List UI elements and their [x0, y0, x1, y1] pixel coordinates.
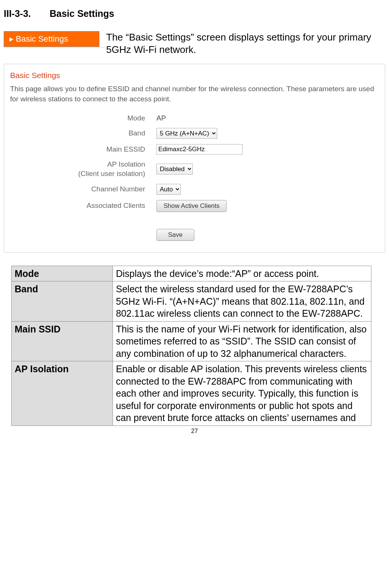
nav-chip-label: Basic Settings	[16, 34, 68, 44]
ap-isolation-label-line2: (Client user isolation)	[78, 170, 145, 177]
mode-value: AP	[156, 114, 379, 123]
table-row: Mode Displays the device’s mode:“AP” or …	[12, 266, 371, 281]
section-number: III-3-3.	[4, 8, 31, 19]
clients-label: Associated Clients	[10, 201, 156, 211]
table-cell-desc: Select the wireless standard used for th…	[113, 281, 371, 322]
table-cell-name: Band	[12, 281, 113, 322]
intro-text: The “Basic Settings” screen displays set…	[106, 31, 385, 57]
table-cell-name: Main SSID	[12, 321, 113, 361]
arrow-right-icon: ▶	[9, 36, 14, 42]
table-row: Main SSID This is the name of your Wi-Fi…	[12, 321, 371, 361]
essid-input[interactable]	[156, 144, 243, 155]
table-cell-desc: Enable or disable AP isolation. This pre…	[113, 361, 371, 426]
panel-description: This page allows you to define ESSID and…	[10, 84, 379, 104]
table-cell-name: Mode	[12, 266, 113, 281]
table-cell-desc: Displays the device’s mode:“AP” or acces…	[113, 266, 371, 281]
show-active-clients-button[interactable]: Show Active Clients	[156, 200, 227, 212]
mode-label: Mode	[10, 114, 156, 123]
channel-select[interactable]: Auto	[156, 184, 181, 195]
panel-title: Basic Settings	[10, 70, 379, 80]
ap-isolation-row: AP Isolation (Client user isolation) Dis…	[10, 160, 379, 178]
ap-isolation-label: AP Isolation (Client user isolation)	[10, 160, 156, 178]
table-cell-name: AP Isolation	[12, 361, 113, 426]
table-row: AP Isolation Enable or disable AP isolat…	[12, 361, 371, 426]
info-table: Mode Displays the device’s mode:“AP” or …	[11, 266, 371, 426]
essid-label: Main ESSID	[10, 145, 156, 154]
band-select[interactable]: 5 GHz (A+N+AC)	[156, 128, 217, 139]
band-label: Band	[10, 129, 156, 138]
mode-row: Mode AP	[10, 114, 379, 123]
section-title: Basic Settings	[50, 8, 114, 19]
ap-isolation-select[interactable]: Disabled	[156, 164, 193, 174]
intro-row: ▶Basic Settings The “Basic Settings” scr…	[4, 31, 385, 57]
save-button[interactable]: Save	[156, 229, 194, 241]
save-row: Save	[10, 229, 379, 241]
page-number: 27	[4, 427, 385, 435]
settings-panel: Basic Settings This page allows you to d…	[4, 64, 385, 253]
nav-chip-wrap: ▶Basic Settings	[4, 31, 106, 47]
clients-row: Associated Clients Show Active Clients	[10, 200, 379, 212]
table-row: Band Select the wireless standard used f…	[12, 281, 371, 322]
channel-label: Channel Number	[10, 185, 156, 194]
ap-isolation-label-line1: AP Isolation	[107, 160, 145, 168]
channel-row: Channel Number Auto	[10, 184, 379, 195]
section-heading: III-3-3.Basic Settings	[4, 8, 385, 20]
table-cell-desc: This is the name of your Wi-Fi network f…	[113, 321, 371, 361]
basic-settings-nav-chip[interactable]: ▶Basic Settings	[4, 31, 99, 47]
essid-row: Main ESSID	[10, 144, 379, 155]
band-row: Band 5 GHz (A+N+AC)	[10, 128, 379, 139]
